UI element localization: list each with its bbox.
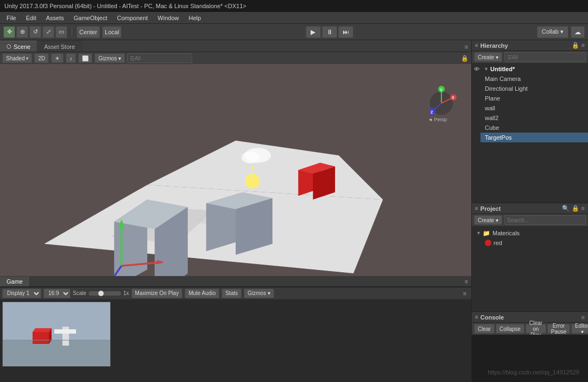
gizmos-button[interactable]: Gizmos ▾ — [94, 53, 125, 63]
local-button[interactable]: Local — [102, 26, 122, 38]
hierarchy-item-directional-light[interactable]: Directional Light — [480, 84, 588, 93]
project-title: Project — [480, 205, 501, 212]
folder-label: Matericals — [492, 230, 520, 236]
svg-rect-38 — [3, 340, 111, 367]
console-header-icon: ≡ — [475, 314, 478, 320]
hierarchy-title: Hierarchy — [480, 42, 508, 49]
stats-button[interactable]: Stats — [222, 289, 242, 298]
hierarchy-item-cube[interactable]: Cube — [480, 123, 588, 133]
game-gizmos-button[interactable]: Gizmos ▾ — [244, 289, 274, 298]
step-button[interactable]: ⏭ — [338, 26, 353, 38]
svg-marker-41 — [33, 328, 52, 332]
svg-rect-40 — [33, 332, 49, 344]
hierarchy-list: 👁 ▼ Untitled* Main Camera Directional Li… — [472, 63, 588, 203]
image-effects-button[interactable]: ⬜ — [78, 53, 92, 63]
project-search[interactable] — [504, 215, 586, 225]
tab-scene[interactable]: ⬡ Scene — [0, 41, 37, 52]
svg-text:X: X — [452, 96, 454, 99]
toolbar-sep-1 — [72, 27, 72, 37]
menu-window[interactable]: Window — [153, 14, 183, 22]
lighting-button[interactable]: ☀ — [51, 53, 64, 63]
scale-slider[interactable] — [88, 291, 121, 296]
menu-gameobject[interactable]: GameObject — [69, 14, 112, 22]
project-folder-matericals[interactable]: ▼ 📁 Matericals — [474, 228, 586, 238]
expand-arrow: ▼ — [484, 66, 490, 72]
hierarchy-panel: ≡ Hierarchy 🔒 ≡ Create ▾ 👁 ▼ Untitled* — [472, 40, 588, 203]
svg-point-24 — [245, 174, 260, 189]
game-tab-label: Game — [7, 278, 23, 285]
menu-edit[interactable]: Edit — [22, 14, 41, 22]
rotate-tool[interactable]: ↺ — [29, 26, 41, 38]
hierarchy-item-targetpos[interactable]: TargetPos — [480, 133, 588, 142]
display-selector[interactable]: Display 1 — [2, 289, 41, 298]
shader-label: Shaded — [6, 55, 24, 61]
hand-tool[interactable]: ✥ — [3, 26, 15, 38]
project-create-button[interactable]: Create ▾ — [474, 215, 502, 225]
hierarchy-header-icon: ≡ — [475, 42, 478, 48]
play-button[interactable]: ▶ — [306, 26, 321, 38]
scene-search[interactable] — [127, 53, 192, 63]
hierarchy-item-wall2[interactable]: wall2 — [480, 113, 588, 123]
cloud-button[interactable]: ☁ — [571, 26, 585, 38]
menu-assets[interactable]: Assets — [42, 14, 68, 22]
gizmo-widget[interactable]: Y X Z ◄ Persp — [422, 80, 460, 124]
project-toolbar: Create ▾ — [472, 214, 588, 226]
transform-tools: ✥ ⊕ ↺ ⤢ ▭ — [3, 26, 67, 38]
game-toolbar-end: ≡ — [460, 289, 469, 298]
menu-help[interactable]: Help — [184, 14, 205, 22]
folder-icon: 📁 — [483, 230, 490, 237]
console-title: Console — [480, 314, 504, 321]
game-toolbar: Display 1 16:9 Scale 1x Maximize On Play… — [0, 287, 471, 299]
console-more-icon: ≡ — [581, 314, 585, 321]
scene-tab-label: Scene — [14, 43, 30, 50]
pause-button[interactable]: ⏸ — [322, 26, 337, 38]
hierarchy-item-label: wall2 — [485, 115, 498, 121]
hierarchy-item-untitled[interactable]: 👁 ▼ Untitled* — [472, 64, 588, 74]
hierarchy-item-label: wall — [485, 105, 495, 111]
scale-control: Scale 1x — [73, 290, 129, 296]
scene-3d-viewport[interactable]: Y X Z ◄ Persp — [0, 64, 471, 276]
maximize-on-play-button[interactable]: Maximize On Play — [131, 289, 183, 298]
rect-tool[interactable]: ▭ — [55, 26, 67, 38]
console-editor-button[interactable]: Editor ▾ — [571, 324, 588, 334]
scale-tool[interactable]: ⤢ — [42, 26, 54, 38]
move-tool[interactable]: ⊕ — [16, 26, 28, 38]
project-lock-icon: 🔒 — [572, 205, 579, 212]
scene-toolbar: Shaded ▾ 2D ☀ ♪ ⬜ Gizmos ▾ 🔒 — [0, 52, 471, 64]
project-more-icon: ≡ — [581, 205, 585, 212]
menu-file[interactable]: File — [2, 14, 21, 22]
project-header: ≡ Project 🔍 🔒 ≡ — [472, 203, 588, 214]
scale-value: 1x — [123, 290, 129, 296]
collab-button[interactable]: Collab ▾ — [537, 26, 568, 38]
hierarchy-create-button[interactable]: Create ▾ — [474, 52, 502, 62]
center-button[interactable]: Center — [77, 26, 100, 38]
svg-point-23 — [242, 152, 260, 164]
audio-button[interactable]: ♪ — [66, 53, 76, 63]
project-item-red[interactable]: red — [480, 238, 586, 248]
console-collapse-button[interactable]: Collapse — [496, 324, 524, 334]
hierarchy-item-plane[interactable]: Plane — [480, 93, 588, 103]
hierarchy-item-label: Untitled* — [490, 66, 515, 72]
tab-asset-store[interactable]: Asset Store — [37, 41, 82, 52]
hierarchy-item-main-camera[interactable]: Main Camera — [480, 74, 588, 84]
game-content — [0, 299, 471, 382]
hierarchy-lock-icon: 🔒 — [572, 42, 579, 49]
hierarchy-item-label: Plane — [485, 95, 500, 102]
hierarchy-item-label: Directional Light — [485, 85, 528, 92]
scene-lock[interactable]: 🔒 — [460, 54, 469, 62]
collab-label: Collab ▾ — [542, 28, 564, 35]
right-toolbar: Collab ▾ ☁ — [537, 26, 585, 38]
scene-tabs-end: ≡ — [461, 42, 471, 52]
tab-game[interactable]: Game — [0, 277, 30, 286]
aspect-selector[interactable]: 16:9 — [43, 289, 71, 298]
menu-component[interactable]: Component — [112, 14, 152, 22]
hierarchy-item-wall[interactable]: wall — [480, 103, 588, 113]
left-panel: ⬡ Scene Asset Store ≡ Shaded ▾ 2D ☀ ♪ — [0, 40, 471, 382]
console-error-pause-button[interactable]: Error Pause — [547, 324, 570, 334]
2d-button[interactable]: 2D — [34, 53, 49, 63]
console-clear-on-play-button[interactable]: Clear on Play — [526, 324, 546, 334]
console-clear-button[interactable]: Clear — [474, 324, 495, 334]
mute-audio-button[interactable]: Mute Audio — [185, 289, 219, 298]
shader-selector[interactable]: Shaded ▾ — [2, 53, 32, 63]
hierarchy-search[interactable] — [504, 52, 586, 62]
